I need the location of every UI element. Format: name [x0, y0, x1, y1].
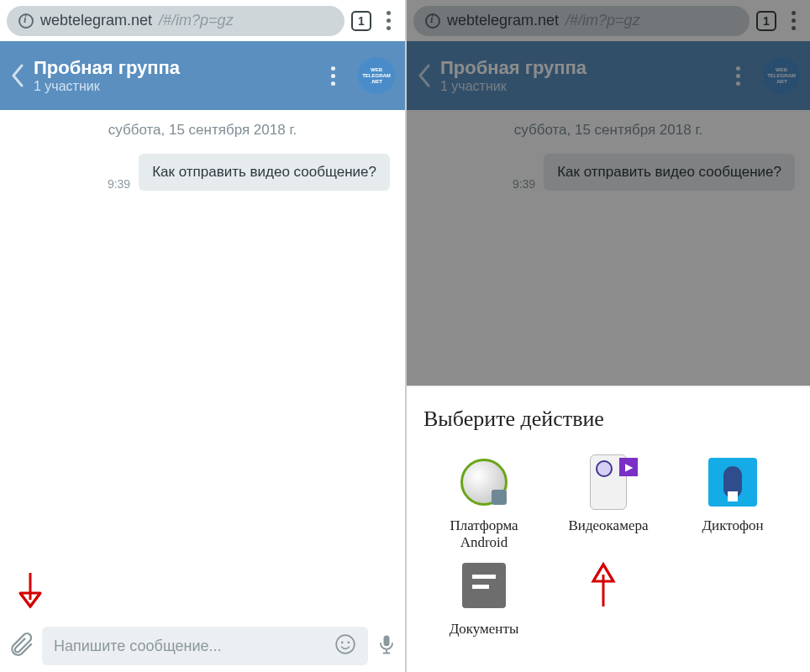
url-domain: webtelegram.net: [40, 12, 152, 29]
action-label: ПлатформаAndroid: [450, 517, 518, 550]
annotation-arrow-down: [13, 570, 47, 623]
chat-title-area[interactable]: Пробная группа 1 участник: [440, 57, 719, 94]
action-recorder[interactable]: Диктофон: [672, 455, 793, 550]
url-path: /#/im?p=gz: [159, 12, 234, 29]
back-icon[interactable]: [417, 63, 432, 88]
chat-header: Пробная группа 1 участник WEB TELEGRAM .…: [407, 41, 810, 110]
attach-icon[interactable]: [7, 630, 35, 662]
chat-body: суббота, 15 сентября 2018 г. 9:39 Как от…: [0, 110, 405, 672]
tabs-button[interactable]: 1: [351, 11, 371, 31]
message-row: 9:39 Как отправить видео сообщение?: [0, 154, 405, 191]
tabs-count: 1: [358, 14, 365, 28]
message-time: 9:39: [108, 177, 130, 191]
input-bar: Напишите сообщение...: [0, 620, 405, 672]
action-label: Диктофон: [702, 517, 763, 534]
action-label: Документы: [450, 621, 519, 638]
message-bubble[interactable]: Как отправить видео сообщение?: [139, 154, 390, 191]
screenshot-left: webtelegram.net /#/im?p=gz 1 Пробная гру…: [0, 0, 405, 672]
recorder-icon: [708, 458, 757, 507]
svg-point-2: [347, 641, 350, 643]
svg-rect-3: [384, 636, 390, 647]
chat-body: суббота, 15 сентября 2018 г. 9:39 Как от…: [407, 110, 810, 386]
tabs-button[interactable]: 1: [756, 11, 776, 31]
action-sheet: Выберите действие ПлатформаAndroid Видео…: [407, 386, 810, 672]
chat-title: Пробная группа: [440, 57, 719, 79]
browser-menu-icon[interactable]: [378, 11, 398, 30]
browser-addressbar: webtelegram.net /#/im?p=gz 1: [0, 0, 405, 41]
sheet-title: Выберите действие: [423, 407, 793, 432]
url-path: /#/im?p=gz: [565, 12, 640, 29]
message-row: 9:39 Как отправить видео сообщение?: [407, 154, 810, 191]
chat-subtitle: 1 участник: [440, 79, 719, 94]
action-camera[interactable]: Видеокамера: [548, 455, 669, 550]
message-input[interactable]: Напишите сообщение...: [42, 627, 368, 665]
url-domain: webtelegram.net: [447, 12, 559, 29]
avatar[interactable]: WEB TELEGRAM .NET: [763, 57, 800, 94]
documents-icon: [462, 563, 506, 608]
date-separator: суббота, 15 сентября 2018 г.: [0, 122, 405, 139]
back-icon[interactable]: [10, 63, 25, 88]
url-field[interactable]: webtelegram.net /#/im?p=gz: [7, 6, 345, 36]
message-bubble[interactable]: Как отправить видео сообщение?: [544, 154, 795, 191]
browser-addressbar: webtelegram.net /#/im?p=gz 1: [407, 0, 810, 41]
date-separator: суббота, 15 сентября 2018 г.: [407, 122, 810, 139]
info-icon: [18, 13, 34, 29]
action-android[interactable]: ПлатформаAndroid: [423, 455, 544, 550]
chat-title-area[interactable]: Пробная группа 1 участник: [34, 57, 314, 94]
tabs-count: 1: [763, 14, 770, 28]
svg-point-1: [341, 641, 344, 643]
svg-point-0: [336, 635, 355, 654]
chat-menu-icon[interactable]: [728, 66, 748, 86]
browser-menu-icon[interactable]: [783, 11, 803, 30]
info-icon: [425, 13, 440, 29]
emoji-icon[interactable]: [334, 633, 356, 659]
message-time: 9:39: [513, 177, 535, 191]
action-documents[interactable]: Документы: [423, 559, 544, 638]
videocamera-icon: [590, 454, 627, 510]
action-label: Видеокамера: [568, 517, 648, 534]
avatar[interactable]: WEB TELEGRAM .NET: [358, 57, 395, 94]
android-platform-icon: [460, 459, 508, 506]
screenshot-right: webtelegram.net /#/im?p=gz 1 Пробная гру…: [405, 0, 810, 672]
mic-icon[interactable]: [375, 633, 398, 659]
chat-menu-icon[interactable]: [323, 66, 343, 86]
message-input-placeholder: Напишите сообщение...: [54, 638, 222, 655]
chat-subtitle: 1 участник: [34, 79, 314, 94]
url-field[interactable]: webtelegram.net /#/im?p=gz: [413, 6, 750, 36]
chat-title: Пробная группа: [34, 57, 314, 79]
chat-header: Пробная группа 1 участник WEB TELEGRAM .…: [0, 41, 405, 110]
